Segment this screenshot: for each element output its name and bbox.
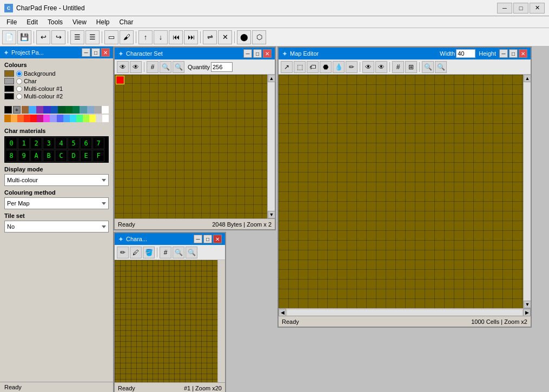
char-mat-2[interactable]: 2 [30, 137, 42, 149]
me-tag-btn[interactable]: 🏷 [307, 61, 319, 73]
char-set-close[interactable]: ✕ [263, 49, 272, 58]
cs-view2-btn[interactable]: 👁 [130, 61, 142, 73]
save-button[interactable]: 💾 [17, 30, 31, 44]
multi1-radio[interactable] [16, 86, 22, 92]
menu-char[interactable]: Char [115, 17, 138, 27]
align-right-button[interactable]: ☰ [85, 30, 100, 44]
menu-help[interactable]: Help [92, 17, 114, 27]
palette-color-medgreen[interactable] [72, 106, 80, 114]
ce-pen-btn[interactable]: 🖊 [130, 247, 142, 258]
palette-color-blue[interactable] [43, 106, 50, 114]
palette-color-yellow[interactable] [89, 115, 96, 122]
me-zoom-out-btn[interactable]: 🔍 [422, 61, 434, 73]
skip-right-button[interactable]: ⏭ [184, 30, 198, 44]
palette-color-pink[interactable] [37, 115, 43, 122]
map-editor-minimize[interactable]: ─ [499, 49, 508, 58]
shuffle-button[interactable]: ⇌ [203, 30, 217, 44]
palette-color-darkgreen[interactable] [58, 106, 65, 114]
palette-color-yellowgreen[interactable] [83, 115, 89, 122]
me-select-btn[interactable]: ↗ [281, 61, 293, 73]
me-view2-btn[interactable]: 👁 [375, 61, 387, 73]
char-mat-4[interactable]: 4 [55, 137, 67, 149]
me-fill-btn[interactable]: ⬣ [320, 61, 332, 73]
palette-color-orange[interactable] [4, 115, 11, 122]
palette-color-white[interactable] [102, 106, 109, 114]
colouring-method-select[interactable]: Per Map Per Tile Per Char [4, 197, 109, 209]
menu-edit[interactable]: Edit [22, 17, 42, 27]
me-vscroll-up[interactable]: ▲ [524, 75, 531, 82]
menu-tools[interactable]: Tools [43, 17, 67, 27]
char-swatch[interactable] [4, 78, 14, 84]
char-editor-close[interactable]: ✕ [213, 235, 222, 243]
char-editor-canvas[interactable] [115, 260, 217, 382]
maximize-button[interactable]: □ [513, 3, 528, 14]
me-vscroll-track[interactable] [524, 82, 531, 301]
palette-color-purple[interactable] [36, 106, 43, 114]
background-swatch[interactable] [4, 70, 14, 77]
char-mat-D[interactable]: D [68, 150, 80, 162]
me-dropper-btn[interactable]: 💧 [333, 61, 345, 73]
char-set-minimize[interactable]: ─ [243, 49, 252, 58]
flip-down-button[interactable]: ↓ [154, 30, 168, 44]
palette-color-lightorange[interactable] [11, 115, 17, 122]
me-zoom-in-btn[interactable]: 🔍 [435, 61, 447, 73]
select-button[interactable]: ▭ [104, 30, 118, 44]
palette-color-lavender[interactable] [50, 115, 56, 122]
char-set-restore[interactable]: □ [253, 49, 262, 58]
me-view1-btn[interactable]: 👁 [362, 61, 374, 73]
palette-color-lightgray[interactable] [96, 115, 102, 122]
me-pencil-btn[interactable]: ✏ [346, 61, 358, 73]
palette-color-white2[interactable] [102, 115, 109, 122]
me-hscroll-track[interactable] [287, 310, 522, 315]
char-mat-3[interactable]: 3 [43, 137, 55, 149]
vscroll-down-btn[interactable]: ▼ [268, 211, 275, 218]
map-width-input[interactable] [456, 49, 475, 58]
multi2-radio-label[interactable]: Multi-colour #2 [16, 93, 63, 99]
map-editor-restore[interactable]: □ [509, 49, 518, 58]
char-mat-0[interactable]: 0 [5, 137, 17, 149]
menu-file[interactable]: File [2, 17, 21, 27]
multi2-swatch[interactable] [4, 93, 14, 99]
hex-button[interactable]: ⬡ [252, 30, 266, 44]
stamp-button[interactable]: 🖌 [120, 30, 134, 44]
left-panel-restore[interactable]: □ [91, 48, 100, 57]
char-mat-E[interactable]: E [80, 150, 92, 162]
map-editor-hscroll[interactable]: ◀ ▶ [279, 308, 531, 316]
char-mat-9[interactable]: 9 [18, 150, 30, 162]
palette-color-red[interactable] [30, 115, 37, 122]
palette-add-button[interactable]: + [13, 106, 21, 114]
tile-set-select[interactable]: No Yes [4, 221, 109, 232]
palette-color-redorange[interactable] [17, 115, 24, 122]
char-radio[interactable] [16, 78, 22, 84]
char-editor-restore[interactable]: □ [203, 235, 212, 243]
palette-color-lightblue[interactable] [29, 106, 36, 114]
align-left-button[interactable]: ☰ [70, 30, 84, 44]
char-mat-A[interactable]: A [30, 150, 42, 162]
flip-up-button[interactable]: ↑ [138, 30, 153, 44]
ce-fill-btn[interactable]: 🪣 [143, 247, 155, 258]
palette-color-green[interactable] [65, 106, 72, 114]
cs-view1-btn[interactable]: 👁 [117, 61, 129, 73]
cs-zoom-out-btn[interactable]: 🔍 [160, 61, 171, 73]
char-mat-1[interactable]: 1 [18, 137, 30, 149]
palette-color-magenta[interactable] [43, 115, 50, 122]
menu-view[interactable]: View [68, 17, 91, 27]
cross-button[interactable]: ✕ [218, 30, 232, 44]
map-editor-vscroll[interactable]: ▲ ▼ [523, 75, 531, 308]
ce-grid-btn[interactable]: # [160, 247, 171, 258]
close-button[interactable]: ✕ [530, 3, 545, 14]
palette-color-gray[interactable] [94, 106, 101, 114]
palette-color-brightred[interactable] [24, 115, 30, 122]
undo-button[interactable]: ↩ [36, 30, 50, 44]
background-radio[interactable] [16, 71, 22, 77]
palette-color-steelblue[interactable] [87, 106, 94, 114]
minimize-button[interactable]: ─ [497, 3, 512, 14]
palette-color-brown[interactable] [22, 106, 29, 114]
char-editor-minimize[interactable]: ─ [194, 235, 202, 243]
char-set-canvas[interactable] [115, 75, 267, 218]
palette-color-medblue[interactable] [57, 115, 63, 122]
char-mat-B[interactable]: B [43, 150, 55, 162]
quantity-input[interactable] [211, 62, 233, 72]
vscroll-track[interactable] [268, 82, 275, 211]
me-vscroll-down[interactable]: ▼ [524, 301, 531, 308]
